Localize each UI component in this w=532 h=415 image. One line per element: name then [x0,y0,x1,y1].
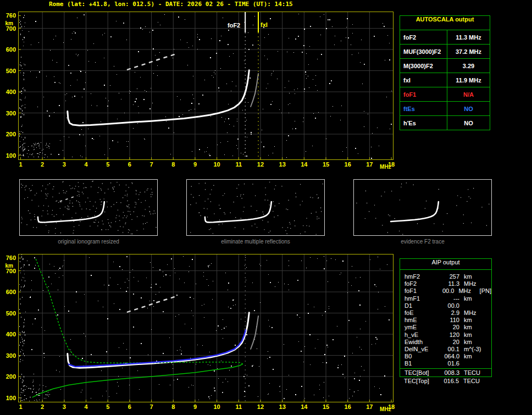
aip-row: hmE110km [400,317,491,324]
aip-row-label: D1 [404,302,439,309]
aip-row-unit: MHz [459,309,486,317]
aip-row-unit: km [459,273,486,280]
x-axis-label: 12 [255,161,266,168]
autoscala-row-value: 11.3 MHz [447,34,490,41]
series-o-mode-trace [68,313,250,368]
aip-row: Ewidth20km [400,339,491,346]
top-plot-x-axis: 123456789101112131415161718MHz [18,161,403,170]
thumb-f2-trace [353,179,492,236]
bottom-plot-x-axis: 123456789101112131415161718MHz [18,403,403,412]
bottom-plot-y-axis: 760700600500400300200100km [0,254,17,402]
aip-row-note [486,331,487,339]
aip-rows: hmF2257kmfoF211.3MHzfoF100.0MHz[PN]hmF1-… [400,270,491,367]
autoscala-row-value: 3.29 [447,63,490,69]
autoscala-title: AUTOSCALA output [400,16,490,30]
y-axis-label: 760 [0,12,16,19]
autoscala-row-label: fxI [400,73,447,87]
aip-row-value: 110 [439,317,459,324]
aip-row-unit [459,360,486,367]
aip-row-value: 01.6 [439,360,459,367]
aip-row-unit: km [459,317,486,324]
y-axis-label: 200 [0,373,16,380]
aip-row-value: 257 [439,273,459,280]
aip-row-value: --- [439,295,459,302]
aip-title: AIP output [400,259,491,270]
thumb-original-image [20,180,157,235]
aip-row: DelN_vE00.1m^(-3) [400,346,491,353]
aip-row-unit [459,302,486,309]
x-axis-label: 10 [212,403,223,410]
x-axis-label: 7 [146,161,157,168]
aip-row-note [486,339,487,346]
aip-row-unit: km [459,353,486,360]
aip-row-label: foF1 [404,287,435,295]
x-axis-label: 17 [364,403,375,410]
aip-row-note [486,324,487,331]
aip-row-note: [PN] [479,287,491,295]
aip-row-unit: km [459,331,486,339]
bottom-ionogram-plot [18,254,394,402]
x-axis-unit-label: MHz [377,164,394,170]
aip-row-value: 00.0 [439,302,459,309]
aip-row-value: 00.0 [435,287,454,295]
x-axis-label: 6 [124,403,135,410]
aip-tec-row-value: 008.3 [439,369,459,377]
x-axis-label: 8 [168,403,179,410]
x-axis-label: 16 [342,403,353,410]
aip-row-note [486,309,487,317]
aip-row: h_vE120km [400,331,491,339]
y-axis-label: 600 [0,46,16,53]
autoscala-row: foF211.3 MHz [400,30,490,45]
grid-lines [19,12,393,159]
x-axis-unit-label: MHz [377,406,394,412]
x-axis-label: 3 [59,403,70,410]
top-ionogram-plot [18,12,394,160]
aip-tec-row-value: 016.5 [438,378,459,385]
x-axis-label: 9 [190,403,201,410]
aip-row-label: DelN_vE [404,346,439,353]
aip-row-unit: m^(-3) [459,346,486,353]
x-axis-label: 17 [364,161,375,168]
aip-row-value: 2.9 [439,309,459,317]
x-axis-label: 1 [15,161,26,168]
aip-row: foF211.3MHz [400,280,491,287]
y-axis-label: 500 [0,68,16,74]
series-x-mode-trace [251,74,258,107]
x-axis-label: 4 [81,403,92,410]
aip-row-value: 00.1 [439,346,459,353]
series-x-mode-trace [251,316,258,349]
autoscala-row-value: 37.2 MHz [447,48,490,55]
thumb-no-multiples-caption: eliminate multiple reflections [186,239,325,245]
x-axis-label: 11 [233,403,244,410]
aip-row-unit: km [459,339,486,346]
aip-row-note [486,295,487,302]
x-axis-label: 7 [146,403,157,410]
autoscala-rows: foF211.3 MHzMUF(3000)F237.2 MHzM(3000)F2… [400,30,490,130]
y-axis-unit-label: km [0,20,13,26]
aip-row-unit: km [459,295,486,302]
aip-row-label: ymE [404,324,439,331]
y-axis-label: 100 [0,395,16,401]
thumb-f2-trace-image [354,180,491,235]
aip-row-label: B0 [404,353,439,360]
autoscala-row-label: h'Es [400,116,447,130]
aip-row-label: B1 [404,360,439,367]
x-axis-label: 13 [277,161,288,168]
autoscala-row-label: foF1 [400,87,447,101]
autoscala-row-label: M(3000)F2 [400,59,447,73]
aip-tec-row-label: TEC[Top] [404,378,438,385]
noise-dots [19,254,390,401]
x-axis-label: 5 [102,161,113,168]
x-axis-label: 5 [102,403,113,410]
thumb-f2-trace-caption: evidence F2 trace [353,239,492,245]
autoscala-panel: AUTOSCALA output foF211.3 MHzMUF(3000)F2… [400,15,490,130]
autoscala-row-value: NO [447,120,490,126]
x-axis-label: 8 [168,161,179,168]
autoscala-row: fxI11.9 MHz [400,73,490,87]
x-axis-label: 4 [81,161,92,168]
x-axis-label: 9 [190,161,201,168]
fof2-marker-label: foF2 [228,22,240,29]
x-axis-label: 2 [37,403,48,410]
aip-row-note [486,302,487,309]
x-axis-label: 13 [277,403,288,410]
